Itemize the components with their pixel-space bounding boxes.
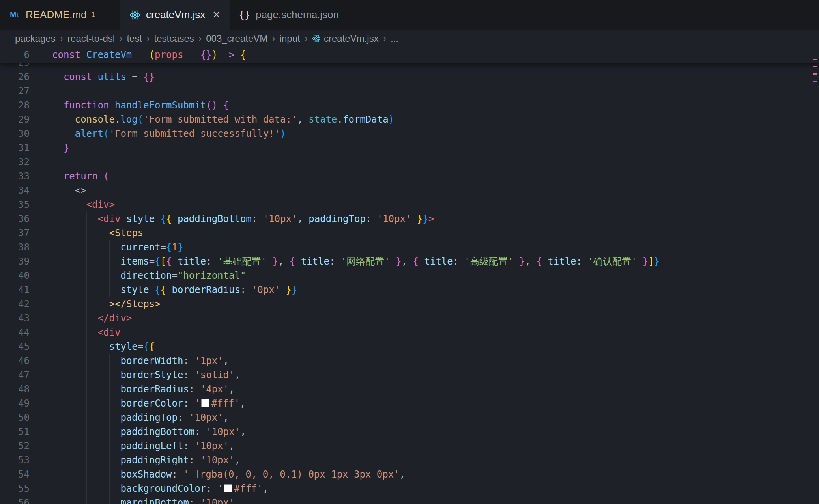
line-number[interactable]: 28 [0,98,30,112]
code-line-42[interactable]: 42 ></Steps> [0,297,819,311]
line-number[interactable]: 31 [0,141,30,155]
code-line-31[interactable]: 31 } [0,141,819,155]
line-content: } [30,141,69,155]
tab-close-icon[interactable]: ✕ [212,9,221,21]
code-line-43[interactable]: 43 </div> [0,311,819,325]
line-number[interactable]: 39 [0,254,30,269]
line-number[interactable]: 32 [0,155,30,169]
line-content: paddingTop: '10px', [30,411,229,425]
line-number[interactable]: 48 [0,382,30,396]
line-number[interactable]: 6 [0,47,30,63]
code-line-38[interactable]: 38 current={1} [0,240,819,254]
code-line-55[interactable]: 55 backgroundColor: '#fff', [0,482,819,496]
line-number[interactable]: 44 [0,325,30,340]
line-content: style={{ borderRadius: '0px' }} [30,283,297,297]
line-number[interactable]: 40 [0,269,30,283]
code-line-53[interactable]: 53 paddingRight: '10px', [0,453,819,467]
line-number[interactable]: 33 [0,169,30,183]
code-line-32[interactable]: 32 [0,155,819,169]
line-number[interactable]: 35 [0,198,30,212]
breadcrumb-item-input[interactable]: input [280,33,300,44]
code-line-33[interactable]: 33 return ( [0,169,819,183]
line-number[interactable]: 55 [0,482,30,496]
line-content: borderRadius: '4px', [30,382,234,396]
editor[interactable]: 2526 const utils = {}2728 function handl… [0,47,819,504]
code-line-49[interactable]: 49 borderColor: '#fff', [0,396,819,411]
line-number[interactable]: 43 [0,311,30,325]
code-line-56[interactable]: 56 marginBottom: '10px' [0,496,819,504]
breadcrumb-item-react-to-dsl[interactable]: react-to-dsl [67,33,115,44]
breadcrumb-label: test [127,33,142,44]
breadcrumb-separator: › [146,33,150,44]
line-number[interactable]: 26 [0,70,30,84]
tab-README.md[interactable]: M↓README.md1 [0,0,120,30]
code-line-52[interactable]: 52 paddingLeft: '10px', [0,439,819,453]
code-line-51[interactable]: 51 paddingBottom: '10px', [0,425,819,439]
breadcrumb-separator: › [198,33,202,44]
line-number[interactable]: 51 [0,425,30,439]
code-line-48[interactable]: 48 borderRadius: '4px', [0,382,819,396]
code-line-35[interactable]: 35 <div> [0,198,819,212]
line-number[interactable]: 37 [0,226,30,240]
markdown-icon: M↓ [9,9,21,21]
line-number[interactable]: 50 [0,411,30,425]
line-number[interactable]: 38 [0,240,30,254]
code-line-44[interactable]: 44 <div [0,325,819,340]
code-line-40[interactable]: 40 direction="horizontal" [0,269,819,283]
code-line-28[interactable]: 28 function handleFormSubmit() { [0,98,819,112]
overview-ruler[interactable] [811,47,819,504]
line-number[interactable]: 54 [0,467,30,482]
line-number[interactable]: 30 [0,127,30,141]
code-line-50[interactable]: 50 paddingTop: '10px', [0,411,819,425]
line-content: current={1} [30,240,183,254]
code-line-37[interactable]: 37 <Steps [0,226,819,240]
color-swatch[interactable] [224,484,232,492]
line-number[interactable]: 45 [0,340,30,354]
breadcrumb-label: createVm.jsx [324,33,379,44]
line-content: borderWidth: '1px', [30,354,229,368]
line-number[interactable]: 49 [0,396,30,411]
line-number[interactable]: 29 [0,112,30,127]
line-number[interactable]: 42 [0,297,30,311]
breadcrumb-item-createVm.jsx[interactable]: createVm.jsx [312,33,379,44]
code-line-27[interactable]: 27 [0,84,819,98]
code-line-29[interactable]: 29 console.log('Form submitted with data… [0,112,819,127]
line-content: return ( [30,169,109,183]
line-content: const CreateVm = (props = {}) => { [30,47,246,63]
code-line-26[interactable]: 26 const utils = {} [0,70,819,84]
line-content: borderStyle: 'solid', [30,368,240,382]
code-line-34[interactable]: 34 <> [0,183,819,198]
tab-createVm.jsx[interactable]: createVm.jsx✕ [120,0,230,30]
line-number[interactable]: 36 [0,212,30,226]
code-line-36[interactable]: 36 <div style={{ paddingBottom: '10px', … [0,212,819,226]
breadcrumb-item-...[interactable]: ... [391,33,398,44]
tab-page.schema.json[interactable]: {}page.schema.json [230,0,360,30]
line-content: boxShadow: 'rgba(0, 0, 0, 0.1) 0px 1px 3… [30,467,405,482]
code-line-39[interactable]: 39 items={[{ title: '基础配置' }, { title: '… [0,254,819,269]
code-line-45[interactable]: 45 style={{ [0,340,819,354]
line-number[interactable]: 53 [0,453,30,467]
line-content [30,155,52,169]
code-line-41[interactable]: 41 style={{ borderRadius: '0px' }} [0,283,819,297]
sticky-scroll-line[interactable]: 6const CreateVm = (props = {}) => { [0,47,819,63]
breadcrumb-item-testcases[interactable]: testcases [154,33,194,44]
code-line-46[interactable]: 46 borderWidth: '1px', [0,354,819,368]
code-line-30[interactable]: 30 alert('Form submitted successfully!') [0,127,819,141]
line-number[interactable]: 34 [0,183,30,198]
line-number[interactable]: 46 [0,354,30,368]
breadcrumb-item-003_createVM[interactable]: 003_createVM [206,33,267,44]
line-number[interactable]: 41 [0,283,30,297]
breadcrumb-separator: › [305,33,308,44]
code-area[interactable]: 2526 const utils = {}2728 function handl… [0,56,819,504]
color-swatch[interactable] [201,399,209,407]
breadcrumb-item-packages[interactable]: packages [15,33,56,44]
line-number[interactable]: 56 [0,496,30,504]
breadcrumb-item-test[interactable]: test [127,33,142,44]
code-line-54[interactable]: 54 boxShadow: 'rgba(0, 0, 0, 0.1) 0px 1p… [0,467,819,482]
color-swatch[interactable] [190,470,198,478]
code-line-6[interactable]: 6const CreateVm = (props = {}) => { [0,47,819,63]
line-number[interactable]: 47 [0,368,30,382]
line-number[interactable]: 27 [0,84,30,98]
code-line-47[interactable]: 47 borderStyle: 'solid', [0,368,819,382]
line-number[interactable]: 52 [0,439,30,453]
